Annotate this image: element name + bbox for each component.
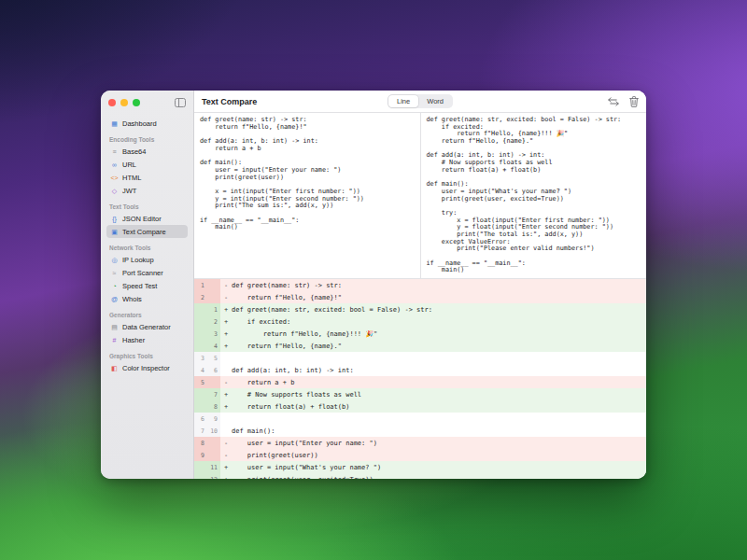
diff-line-text: def main():: [232, 425, 275, 437]
old-line-number: 6: [194, 413, 207, 425]
diff-row[interactable]: 8- user = input("Enter your name: "): [194, 437, 646, 449]
segment-line[interactable]: Line: [388, 95, 418, 107]
code-line: return f"Hello, {name}!": [200, 124, 415, 132]
diff-sign: -: [220, 279, 232, 291]
hash-icon: #: [110, 337, 119, 343]
diff-row[interactable]: 3+ return f"Hello, {name}!!! 🎉": [194, 328, 646, 340]
diff-sign: +: [220, 388, 232, 400]
diff-sign: +: [220, 400, 232, 413]
new-line-number: 5: [207, 352, 220, 364]
diff-line-text: user = input("Enter your name: "): [232, 437, 377, 449]
titlebar-traffic-lights: [101, 91, 193, 115]
diff-row[interactable]: 4+ return f"Hello, {name}.": [194, 340, 646, 352]
sidebar-item-label: Dashboard: [122, 119, 157, 128]
new-line-number: 4: [207, 340, 220, 352]
sidebar-item-port-scanner[interactable]: ≈Port Scanner: [106, 266, 188, 279]
diff-row[interactable]: 46def add(a: int, b: int) -> int:: [194, 364, 646, 376]
diff-line-text: def greet(name: str) -> str:: [232, 279, 342, 291]
code-line: return float(a) + float(b): [427, 167, 641, 175]
zoom-window-button[interactable]: [133, 99, 140, 106]
swap-icon[interactable]: [608, 97, 619, 106]
sidebar-item-dashboard[interactable]: ▦Dashboard: [106, 117, 188, 130]
new-line-number: 8: [207, 400, 220, 413]
diff-line-text: user = input("What's your name? "): [232, 461, 381, 473]
diff-sign: -: [220, 449, 232, 461]
diff-sign: [220, 352, 232, 364]
sidebar-item-label: Port Scanner: [122, 269, 163, 277]
diff-sign: +: [220, 303, 232, 315]
diff-view: 1-def greet(name: str) -> str:2- return …: [194, 279, 646, 479]
toolbar: Text Compare LineWord: [194, 91, 646, 113]
code-line: main(): [427, 267, 641, 274]
code-line: [427, 203, 641, 210]
sidebar-item-label: Whois: [122, 295, 142, 303]
sidebar-item-json-editor[interactable]: {}JSON Editor: [106, 212, 188, 225]
old-line-number: [194, 315, 207, 328]
code-line: print(greet(user)): [200, 175, 415, 182]
new-line-number: [207, 279, 220, 291]
new-line-number: [207, 291, 220, 303]
toolbar-actions: [608, 96, 639, 107]
sidebar-item-text-compare[interactable]: ▣Text Compare: [106, 225, 188, 238]
diff-row[interactable]: 710def main():: [194, 425, 646, 437]
close-window-button[interactable]: [108, 99, 116, 106]
sidebar: ▦DashboardEncoding Tools≡Base64∞URL<>HTM…: [101, 91, 194, 479]
diff-row[interactable]: 5- return a + b: [194, 376, 646, 388]
diff-row[interactable]: 12+ print(greet(user, excited=True)): [194, 473, 646, 479]
sidebar-item-data-generator[interactable]: ▤Data Generator: [106, 320, 188, 333]
diff-line-text: return f"Hello, {name}.": [232, 340, 342, 352]
minimize-window-button[interactable]: [120, 99, 128, 106]
sidebar-item-ip-lookup[interactable]: ◎IP Lookup: [106, 253, 188, 266]
diff-sign: +: [220, 473, 232, 479]
diff-row[interactable]: 8+ return float(a) + float(b): [194, 400, 646, 413]
old-line-number: [194, 328, 207, 340]
diff-row[interactable]: 1-def greet(name: str) -> str:: [194, 279, 646, 291]
sidebar-item-whois[interactable]: @Whois: [106, 292, 188, 305]
old-line-number: 2: [194, 291, 207, 303]
old-line-number: [194, 400, 207, 413]
new-line-number: 3: [207, 328, 220, 340]
diff-row[interactable]: 7+ # Now supports floats as well: [194, 388, 646, 400]
sidebar-item-color-inspector[interactable]: ◧Color Inspector: [106, 361, 188, 374]
diff-line-text: return f"Hello, {name}!": [232, 291, 342, 303]
old-line-number: [194, 473, 207, 479]
new-line-number: 7: [207, 388, 220, 400]
diff-row[interactable]: 1+def greet(name: str, excited: bool = F…: [194, 303, 646, 315]
trash-icon[interactable]: [629, 96, 639, 107]
sidebar-section-header: Graphics Tools: [109, 353, 185, 359]
sidebar-item-label: Color Inspector: [122, 364, 170, 372]
sidebar-item-label: Speed Test: [122, 282, 157, 290]
sidebar-item-url[interactable]: ∞URL: [106, 158, 188, 171]
sidebar-item-label: Base64: [122, 147, 146, 156]
diff-row[interactable]: 35: [194, 352, 646, 364]
sidebar-item-hasher[interactable]: #Hasher: [106, 333, 188, 346]
sidebar-item-label: HTML: [122, 174, 141, 182]
diff-row[interactable]: 11+ user = input("What's your name? "): [194, 461, 646, 473]
text-panes: def greet(name: str) -> str: return f"He…: [194, 113, 646, 279]
sidebar-item-base64[interactable]: ≡Base64: [106, 145, 188, 158]
sidebar-section-header: Generators: [109, 312, 185, 318]
diff-row[interactable]: 2+ if excited:: [194, 315, 646, 328]
new-line-number: 6: [207, 364, 220, 376]
diff-row[interactable]: 9- print(greet(user)): [194, 449, 646, 461]
right-text-pane[interactable]: def greet(name: str, excited: bool = Fal…: [421, 113, 647, 278]
diff-row[interactable]: 2- return f"Hello, {name}!": [194, 291, 646, 303]
old-line-number: 1: [194, 279, 207, 291]
sidebar-item-html[interactable]: <>HTML: [106, 171, 188, 184]
sidebar-item-label: Data Generator: [122, 323, 171, 331]
diff-row[interactable]: 69: [194, 413, 646, 425]
old-line-number: 8: [194, 437, 207, 449]
left-text-pane[interactable]: def greet(name: str) -> str: return f"He…: [194, 113, 421, 278]
sidebar-toggle-icon[interactable]: [175, 98, 186, 107]
diff-line-text: # Now supports floats as well: [232, 388, 361, 400]
document-text-icon: ≡: [110, 148, 119, 155]
diff-sign: [220, 425, 232, 437]
sidebar-item-label: IP Lookup: [122, 256, 154, 264]
magnifier-icon: ◎: [110, 257, 119, 263]
info-globe-icon: @: [110, 296, 119, 302]
key-icon: ◇: [110, 188, 119, 194]
segment-word[interactable]: Word: [418, 95, 452, 107]
sidebar-item-speed-test[interactable]: ◔Speed Test: [106, 279, 188, 292]
sidebar-item-jwt[interactable]: ◇JWT: [106, 184, 188, 197]
curly-braces-icon: {}: [110, 216, 119, 222]
